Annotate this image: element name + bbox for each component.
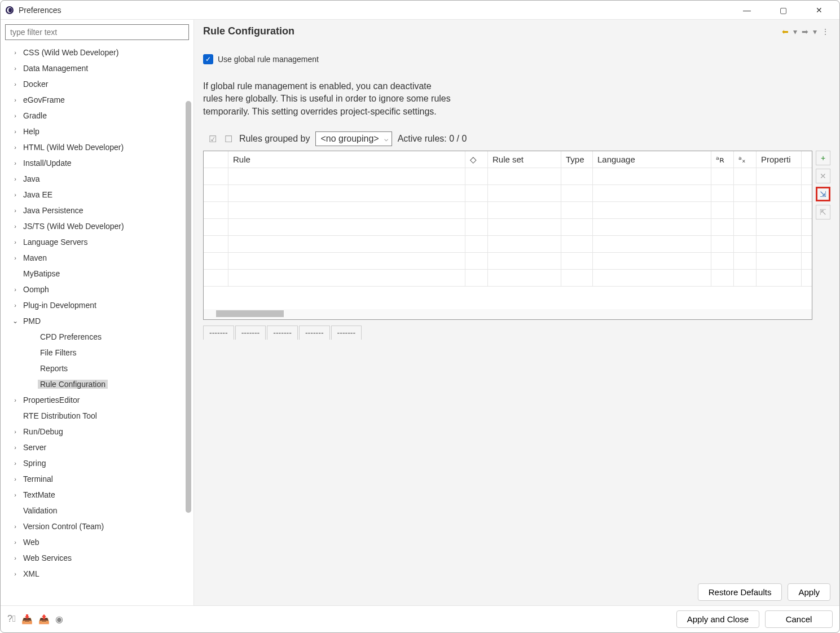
tree-item[interactable]: RTE Distribution Tool <box>1 408 181 424</box>
tree-item[interactable]: ›Help <box>1 124 181 139</box>
column-header[interactable]: Language <box>593 151 711 168</box>
help-icon[interactable]: ?⃝ <box>7 614 16 625</box>
chevron-right-icon[interactable]: › <box>10 207 21 214</box>
chevron-right-icon[interactable]: › <box>10 254 21 261</box>
tree-item[interactable]: Reports <box>1 361 181 376</box>
tree-item[interactable]: ›Docker <box>1 76 181 92</box>
chevron-right-icon[interactable]: › <box>10 460 21 467</box>
table-row[interactable] <box>204 202 812 219</box>
tree-item[interactable]: ›Server <box>1 439 181 455</box>
chevron-right-icon[interactable]: › <box>10 523 21 530</box>
tree-item[interactable]: ›HTML (Wild Web Developer) <box>1 139 181 155</box>
tree-item[interactable]: ›Install/Update <box>1 155 181 171</box>
detail-tab[interactable]: ------- <box>267 326 298 340</box>
column-header[interactable]: ◇ <box>465 151 488 168</box>
table-row[interactable] <box>204 270 812 287</box>
chevron-right-icon[interactable]: › <box>10 96 21 103</box>
import-prefs-icon[interactable]: 📥 <box>21 614 33 625</box>
add-rule-button[interactable]: + <box>816 151 830 165</box>
tree-item[interactable]: ›Java Persistence <box>1 203 181 218</box>
groupby-select[interactable]: <no grouping> <box>315 131 392 146</box>
tree-item[interactable]: ⌄PMD <box>1 313 181 329</box>
chevron-right-icon[interactable]: › <box>10 397 21 403</box>
column-header[interactable]: Rule <box>228 151 465 168</box>
tree-item[interactable]: ›CSS (Wild Web Developer) <box>1 45 181 60</box>
column-header[interactable]: Type <box>561 151 593 168</box>
import-rules-button[interactable]: ⇲ <box>816 187 830 201</box>
tree-item[interactable]: ›Plug-in Development <box>1 297 181 313</box>
record-icon[interactable]: ◉ <box>55 614 63 625</box>
forward-icon[interactable]: ➡ <box>801 27 810 36</box>
table-row[interactable] <box>204 253 812 270</box>
chevron-right-icon[interactable]: › <box>10 191 21 198</box>
export-prefs-icon[interactable]: 📤 <box>38 614 50 625</box>
global-rule-checkbox[interactable]: ✓ <box>203 54 213 64</box>
tree-item[interactable]: ›JS/TS (Wild Web Developer) <box>1 218 181 234</box>
restore-defaults-button[interactable]: Restore Defaults <box>698 583 782 601</box>
chevron-right-icon[interactable]: › <box>10 444 21 451</box>
chevron-right-icon[interactable]: › <box>10 570 21 577</box>
filter-input[interactable] <box>5 24 189 40</box>
back-icon[interactable]: ⬅ <box>781 27 790 36</box>
forward-menu-icon[interactable]: ▾ <box>812 27 818 36</box>
chevron-right-icon[interactable]: › <box>10 160 21 166</box>
chevron-right-icon[interactable]: › <box>10 49 21 56</box>
table-hscroll[interactable] <box>204 309 812 319</box>
check-all-icon[interactable]: ☑ <box>208 134 218 144</box>
column-header[interactable]: ᵃʀ <box>711 151 734 168</box>
chevron-right-icon[interactable]: › <box>10 128 21 135</box>
remove-rule-button[interactable]: ✕ <box>816 169 830 183</box>
detail-tab[interactable]: ------- <box>299 326 330 340</box>
column-header[interactable]: ᵃₓ <box>734 151 757 168</box>
chevron-right-icon[interactable]: › <box>10 65 21 72</box>
tree-item[interactable]: ›Data Management <box>1 60 181 76</box>
preferences-tree[interactable]: ›CSS (Wild Web Developer)›Data Managemen… <box>1 45 193 605</box>
tree-item[interactable]: ›Java EE <box>1 187 181 203</box>
table-row[interactable] <box>204 219 812 236</box>
tree-item[interactable]: ›Version Control (Team) <box>1 518 181 534</box>
chevron-right-icon[interactable]: › <box>10 476 21 482</box>
tree-item[interactable]: ›Spring <box>1 455 181 471</box>
table-row[interactable] <box>204 168 812 185</box>
apply-button[interactable]: Apply <box>788 583 830 601</box>
tree-item[interactable]: ›Language Servers <box>1 234 181 250</box>
table-row[interactable] <box>204 185 812 202</box>
table-row[interactable] <box>204 236 812 253</box>
tree-item[interactable]: ›Java <box>1 171 181 187</box>
tree-item[interactable]: ›Web Services <box>1 550 181 566</box>
chevron-right-icon[interactable]: › <box>10 144 21 151</box>
view-menu-icon[interactable]: ⋮ <box>820 27 830 36</box>
tree-item[interactable]: ›TextMate <box>1 487 181 503</box>
chevron-right-icon[interactable]: › <box>10 555 21 561</box>
uncheck-all-icon[interactable]: ☐ <box>223 134 234 144</box>
chevron-right-icon[interactable]: › <box>10 239 21 245</box>
column-header[interactable] <box>204 151 228 168</box>
tree-item[interactable]: CPD Preferences <box>1 329 181 345</box>
tree-item[interactable]: ›XML <box>1 566 181 582</box>
chevron-down-icon[interactable]: ⌄ <box>10 317 21 325</box>
rules-table[interactable]: Rule◇Rule setTypeLanguageᵃʀᵃₓProperti <box>203 151 812 320</box>
minimize-button[interactable]: — <box>736 2 758 19</box>
detail-tab[interactable]: ------- <box>235 326 266 340</box>
tree-item[interactable]: ›Run/Debug <box>1 424 181 439</box>
chevron-right-icon[interactable]: › <box>10 175 21 182</box>
tree-item[interactable]: File Filters <box>1 345 181 361</box>
tree-item[interactable]: MyBatipse <box>1 266 181 282</box>
chevron-right-icon[interactable]: › <box>10 286 21 293</box>
maximize-button[interactable]: ▢ <box>772 2 794 19</box>
close-button[interactable]: ✕ <box>808 2 830 19</box>
tree-item[interactable]: ›Maven <box>1 250 181 266</box>
chevron-right-icon[interactable]: › <box>10 428 21 435</box>
tree-scrollbar[interactable] <box>186 101 191 513</box>
detail-tab[interactable]: ------- <box>331 326 362 340</box>
tree-item[interactable]: Validation <box>1 503 181 518</box>
apply-and-close-button[interactable]: Apply and Close <box>676 610 759 628</box>
tree-item[interactable]: ›eGovFrame <box>1 92 181 108</box>
chevron-right-icon[interactable]: › <box>10 112 21 119</box>
chevron-right-icon[interactable]: › <box>10 223 21 230</box>
chevron-right-icon[interactable]: › <box>10 302 21 309</box>
tree-item[interactable]: ›Terminal <box>1 471 181 487</box>
chevron-right-icon[interactable]: › <box>10 491 21 498</box>
cancel-button[interactable]: Cancel <box>765 610 833 628</box>
tree-item[interactable]: Rule Configuration <box>1 376 181 392</box>
